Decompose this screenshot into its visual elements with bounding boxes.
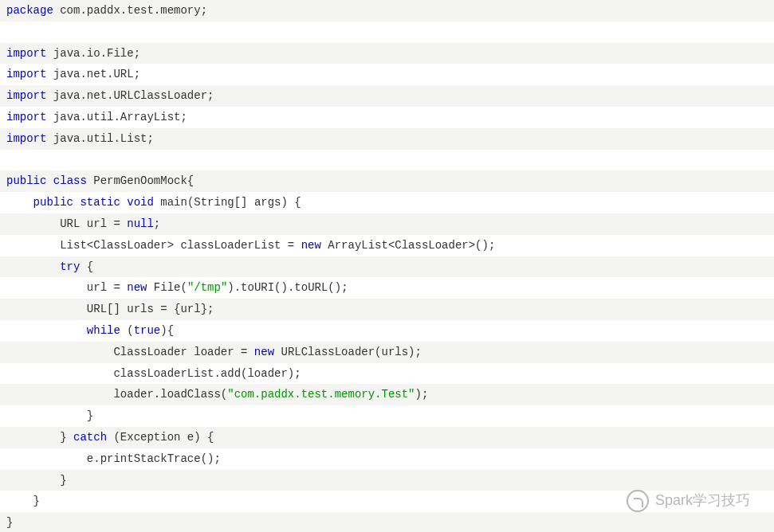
keyword: null [127, 217, 154, 230]
keyword: static [80, 196, 120, 209]
keyword: import [6, 68, 46, 80]
keyword: import [6, 132, 46, 145]
code-line: } [0, 470, 774, 491]
code-line: try { [0, 256, 774, 278]
code-line: public static void main(String[] args) { [0, 192, 774, 213]
code-line [0, 22, 774, 43]
code-line: loader.loadClass("com.paddx.test.memory.… [0, 384, 774, 405]
keyword: import [6, 47, 46, 60]
code-line: } [0, 512, 774, 532]
keyword: package [6, 4, 53, 17]
keyword: import [6, 89, 46, 102]
code-line: url = new File("/tmp").toURI().toURL(); [0, 277, 774, 299]
keyword: new [254, 346, 274, 358]
code-line: URL[] urls = {url}; [0, 299, 774, 320]
keyword: try [60, 260, 80, 273]
code-line: import java.io.File; [0, 43, 774, 65]
keyword: true [134, 324, 161, 337]
code-line: ClassLoader loader = new URLClassLoader(… [0, 342, 774, 363]
watermark: Spark学习技巧 [627, 490, 750, 512]
keyword: void [127, 196, 154, 209]
string-literal: "/tmp" [187, 281, 227, 294]
watermark-text: Spark学习技巧 [655, 492, 750, 510]
code-line: public class PermGenOomMock{ [0, 170, 774, 192]
keyword: import [6, 111, 46, 123]
keyword: class [53, 174, 87, 187]
code-line: import java.net.URLClassLoader; [0, 85, 774, 107]
code-line: List<ClassLoader> classLoaderList = new … [0, 235, 774, 256]
code-line: import java.util.ArrayList; [0, 107, 774, 128]
code-line [0, 150, 774, 171]
string-literal: "com.paddx.test.memory.Test" [227, 388, 415, 401]
keyword: new [127, 281, 147, 294]
code-block: package com.paddx.test.memory; import ja… [0, 0, 774, 532]
keyword: new [301, 239, 321, 252]
keyword: catch [73, 431, 107, 444]
code-line: URL url = null; [0, 213, 774, 235]
code-line: import java.net.URL; [0, 64, 774, 85]
code-line: classLoaderList.add(loader); [0, 363, 774, 385]
code-line: while (true){ [0, 320, 774, 342]
keyword: public [6, 174, 46, 187]
code-line: } catch (Exception e) { [0, 427, 774, 448]
code-line: import java.util.List; [0, 128, 774, 150]
code-line: package com.paddx.test.memory; [0, 0, 774, 22]
code-line: e.printStackTrace(); [0, 448, 774, 470]
wechat-icon [627, 490, 649, 512]
keyword: public [33, 196, 73, 209]
code-line: } [0, 405, 774, 427]
keyword: while [87, 324, 120, 337]
